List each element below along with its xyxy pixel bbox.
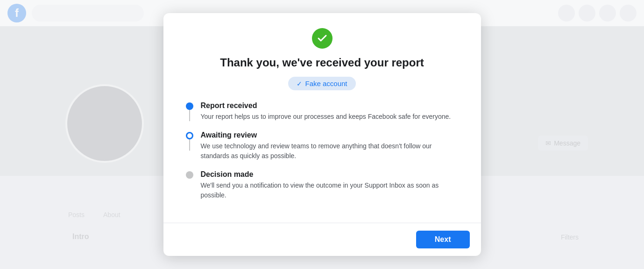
step-1: Report received Your report helps us to … [186,102,462,131]
step-1-line [189,110,190,121]
badge-check-icon: ✓ [297,80,302,87]
step-3: Decision made We'll send you a notificat… [186,170,462,200]
step-2-desc: We use technology and review teams to re… [201,141,462,161]
step-3-indicator [186,171,193,179]
success-icon-container [182,28,462,49]
modal-title: Thank you, we've received your report [182,56,462,69]
badge-label: Fake account [305,80,347,87]
step-3-title: Decision made [201,170,462,179]
modal-footer: Next [163,223,481,256]
step-2: Awaiting review We use technology and re… [186,131,462,170]
step-2-title: Awaiting review [201,131,462,139]
step-1-indicator [186,102,193,121]
step-2-line [189,139,190,151]
steps-list: Report received Your report helps us to … [182,102,462,200]
fake-account-badge: ✓ Fake account [288,77,355,90]
step-1-desc: Your report helps us to improve our proc… [201,112,462,122]
check-circle-icon [312,28,333,49]
report-received-modal: Thank you, we've received your report ✓ … [163,13,481,256]
step-1-content: Report received Your report helps us to … [201,102,462,122]
step-2-dot [186,132,193,139]
fake-account-badge-container: ✓ Fake account [182,77,462,90]
step-1-dot [186,102,193,110]
next-button[interactable]: Next [416,231,470,248]
step-2-content: Awaiting review We use technology and re… [201,131,462,161]
modal-body: Thank you, we've received your report ✓ … [163,13,481,211]
step-2-indicator [186,132,193,151]
step-1-title: Report received [201,102,462,110]
step-3-desc: We'll send you a notification to view th… [201,181,462,200]
step-3-content: Decision made We'll send you a notificat… [201,170,462,200]
step-3-dot [186,171,193,179]
